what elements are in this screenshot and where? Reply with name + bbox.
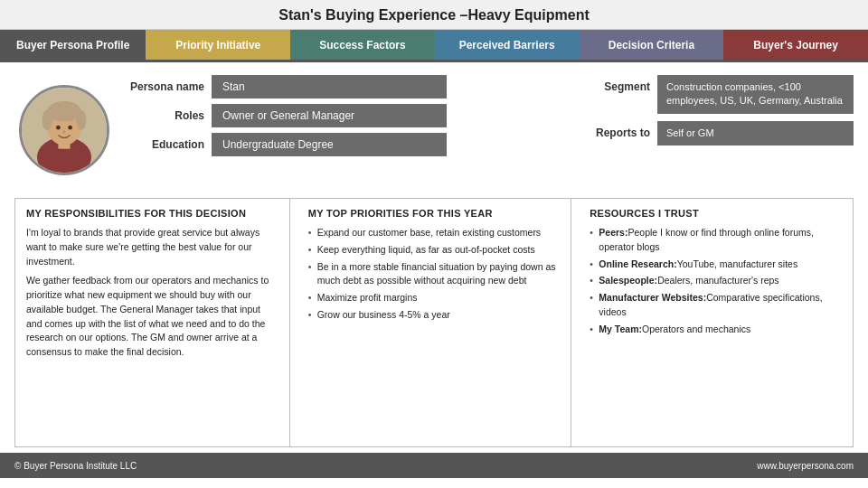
tab-decision-criteria[interactable]: Decision Criteria xyxy=(580,30,724,60)
main-title: Stan's Buying Experience –Heavy Equipmen… xyxy=(278,7,589,23)
svg-point-7 xyxy=(56,126,61,130)
list-item: Be in a more stable financial situation … xyxy=(308,260,561,289)
list-item: Online Research:YouTube, manufacturer si… xyxy=(590,258,842,272)
list-item: Salespeople:Dealers, manufacturer's reps xyxy=(590,274,842,288)
svg-point-6 xyxy=(76,109,86,130)
bottom-section: MY RESPONSIBILITIES FOR THIS DECISION I'… xyxy=(14,198,854,447)
list-item: Manufacturer Websites:Comparative specif… xyxy=(590,291,842,320)
roles-row: Roles Owner or General Manager xyxy=(123,104,573,127)
avatar xyxy=(19,85,109,175)
svg-point-8 xyxy=(68,126,72,130)
responsibilities-para-2: We gather feedback from our operators an… xyxy=(26,274,278,360)
education-value: Undergraduate Degree xyxy=(212,133,447,156)
priorities-column: MY TOP PRIORITIES FOR THIS YEAR Expand o… xyxy=(297,199,572,446)
main-content: Persona name Stan Roles Owner or General… xyxy=(0,62,868,453)
list-item: Keep everything liquid, as far as out-of… xyxy=(308,243,561,258)
svg-point-5 xyxy=(42,109,52,130)
footer: © Buyer Persona Institute LLC www.buyerp… xyxy=(0,453,868,478)
list-item: My Team:Operators and mechanics xyxy=(590,323,842,337)
tab-buyer-persona-profile[interactable]: Buyer Persona Profile xyxy=(0,30,146,60)
reports-to-value: Self or GM xyxy=(657,121,854,145)
segment-label: Segment xyxy=(582,75,650,93)
footer-left: © Buyer Persona Institute LLC xyxy=(14,461,137,471)
segment-value: Construction companies, <100 employees, … xyxy=(657,75,854,114)
priorities-list: Expand our customer base, retain existin… xyxy=(308,226,561,323)
profile-section: Persona name Stan Roles Owner or General… xyxy=(14,71,854,189)
segment-row: Segment Construction companies, <100 emp… xyxy=(582,75,854,114)
avatar-container xyxy=(14,71,114,189)
reports-to-row: Reports to Self or GM xyxy=(582,121,854,145)
list-item: Maximize profit margins xyxy=(308,291,561,305)
roles-value: Owner or General Manager xyxy=(212,104,447,127)
responsibilities-column: MY RESPONSIBILITIES FOR THIS DECISION I'… xyxy=(15,199,290,446)
tab-buyers-journey[interactable]: Buyer's Journey xyxy=(723,30,868,60)
resources-column: RESOURCES I TRUST Peers:People I know or… xyxy=(579,199,853,446)
list-item: Expand our customer base, retain existin… xyxy=(308,226,561,240)
responsibilities-title: MY RESPONSIBILITIES FOR THIS DECISION xyxy=(26,208,278,219)
priorities-title: MY TOP PRIORITIES FOR THIS YEAR xyxy=(308,208,561,219)
persona-name-label: Persona name xyxy=(123,80,204,93)
resources-list: Peers:People I know or find through onli… xyxy=(590,226,842,336)
reports-to-label: Reports to xyxy=(582,121,650,139)
tab-perceived-barriers[interactable]: Perceived Barriers xyxy=(435,30,580,60)
education-row: Education Undergraduate Degree xyxy=(123,133,573,156)
tab-success-factors[interactable]: Success Factors xyxy=(290,30,435,60)
footer-right: www.buyerpersona.com xyxy=(757,461,854,471)
title-bar: Stan's Buying Experience –Heavy Equipmen… xyxy=(0,0,868,30)
profile-fields: Persona name Stan Roles Owner or General… xyxy=(123,71,573,156)
education-label: Education xyxy=(123,138,204,151)
roles-label: Roles xyxy=(123,109,204,122)
svg-point-9 xyxy=(63,130,66,134)
persona-name-value: Stan xyxy=(212,75,447,99)
resources-title: RESOURCES I TRUST xyxy=(590,208,842,219)
nav-row: Buyer Persona Profile Priority Initiativ… xyxy=(0,30,868,62)
svg-point-4 xyxy=(47,101,81,122)
responsibilities-para-1: I'm loyal to brands that provide great s… xyxy=(26,226,278,268)
list-item: Peers:People I know or find through onli… xyxy=(590,226,842,255)
tab-priority-initiative[interactable]: Priority Initiative xyxy=(146,30,290,60)
profile-right: Segment Construction companies, <100 emp… xyxy=(582,71,854,145)
list-item: Grow our business 4-5% a year xyxy=(308,308,561,323)
persona-name-row: Persona name Stan xyxy=(123,75,573,99)
